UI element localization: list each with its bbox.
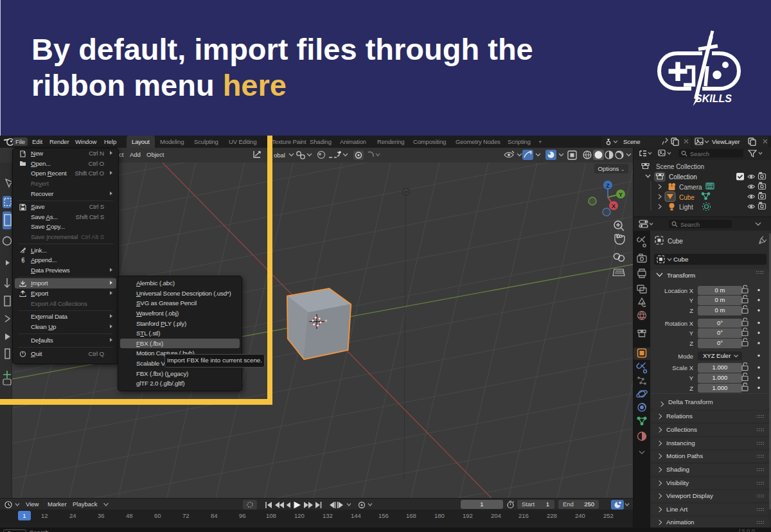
svg-text:Z: Z	[606, 182, 610, 189]
svg-text:X: X	[612, 203, 616, 209]
svg-text:Cube: Cube	[679, 194, 695, 201]
svg-text:Collection: Collection	[669, 173, 697, 181]
svg-text:Cube: Cube	[668, 238, 683, 245]
svg-text:obal: obal	[274, 152, 285, 159]
svg-text:SKILLS: SKILLS	[695, 93, 732, 104]
svg-text:Camera: Camera	[679, 184, 702, 191]
svg-text:Scene Collection: Scene Collection	[656, 163, 704, 170]
svg-text:Y: Y	[619, 191, 623, 198]
svg-text:Light: Light	[679, 204, 693, 211]
